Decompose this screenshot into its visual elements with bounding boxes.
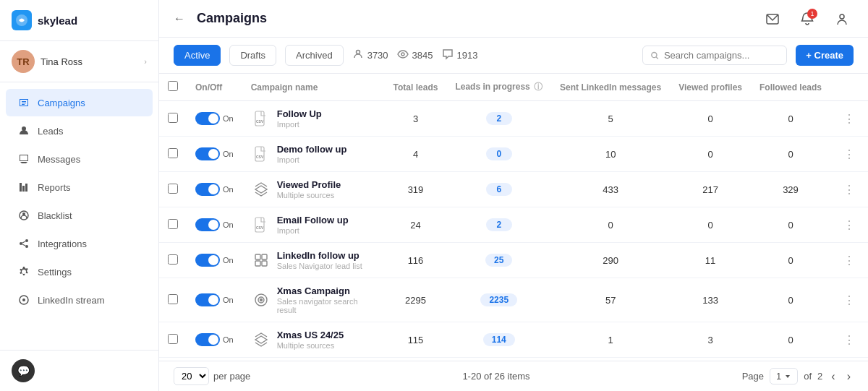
per-page-label: per page xyxy=(213,371,250,382)
leads-in-progress-info-icon[interactable]: ⓘ xyxy=(534,82,542,92)
campaign-source: Import xyxy=(277,120,322,129)
campaign-name[interactable]: Demo follow up xyxy=(277,144,347,155)
notification-icon[interactable]: 1 xyxy=(796,7,819,30)
toggle-switch[interactable] xyxy=(195,183,220,196)
sidebar-item-reports[interactable]: Reports xyxy=(6,173,153,201)
header: ← Campaigns 1 xyxy=(159,0,868,38)
svg-line-7 xyxy=(22,241,25,243)
toggle-switch[interactable] xyxy=(195,333,220,346)
row-actions-button[interactable]: ⋮ xyxy=(839,111,859,126)
pagination: Page 1 of 2 ‹ › xyxy=(742,368,854,384)
tab-drafts[interactable]: Drafts xyxy=(229,45,276,66)
campaign-name[interactable]: Xmas Campaign xyxy=(277,285,376,296)
sidebar-item-linkedin-stream[interactable]: LinkedIn stream xyxy=(6,286,153,314)
campaign-name[interactable]: Email Follow up xyxy=(277,215,349,225)
row-checkbox[interactable] xyxy=(168,254,178,265)
sidebar-item-blacklist[interactable]: Blacklist xyxy=(6,202,153,229)
row-actions-button[interactable]: ⋮ xyxy=(839,182,859,197)
stat-messages-value: 1913 xyxy=(457,50,478,61)
page-select[interactable]: 1 xyxy=(770,368,798,384)
col-leads-in-progress: Leads in progress ⓘ xyxy=(446,74,551,101)
sidebar-item-messages[interactable]: Messages xyxy=(6,145,153,173)
toggle-control[interactable]: On xyxy=(195,254,234,267)
campaigns-table: On/Off Campaign name Total leads Leads i… xyxy=(159,74,868,361)
tab-archived[interactable]: Archived xyxy=(285,45,344,66)
campaign-source: Sales navigator search result xyxy=(277,297,376,314)
svg-point-13 xyxy=(401,53,404,56)
row-actions-button[interactable]: ⋮ xyxy=(839,147,859,162)
logo-icon xyxy=(12,10,32,30)
row-actions-button[interactable]: ⋮ xyxy=(839,218,859,233)
total-pages: 2 xyxy=(817,371,822,382)
total-leads-cell: 319 xyxy=(385,172,447,207)
user-icon[interactable] xyxy=(830,7,854,30)
prev-page-button[interactable]: ‹ xyxy=(828,369,838,384)
row-checkbox[interactable] xyxy=(168,334,178,344)
row-checkbox[interactable] xyxy=(168,148,178,158)
col-campaign-name: Campaign name xyxy=(242,74,385,101)
toggle-control[interactable]: On xyxy=(195,293,234,306)
total-leads-cell: 116 xyxy=(385,243,447,278)
select-all-checkbox[interactable] xyxy=(168,81,178,91)
table-row: On Xmas US 24/25 Multiple sources 115 11… xyxy=(159,322,868,358)
campaign-name[interactable]: Xmas US 24/25 xyxy=(277,330,344,340)
next-page-button[interactable]: › xyxy=(844,369,854,384)
table-row: On Viewed Profile Multiple sources 319 6… xyxy=(159,172,868,207)
tab-active[interactable]: Active xyxy=(174,45,221,66)
search-box[interactable] xyxy=(642,46,787,65)
sent-linkedin-cell: 10 xyxy=(551,137,670,172)
campaign-source: Multiple sources xyxy=(277,341,344,350)
row-checkbox[interactable] xyxy=(168,294,178,304)
sidebar-item-leads[interactable]: Leads xyxy=(6,117,153,145)
campaign-name[interactable]: LinkedIn follow up xyxy=(277,250,362,261)
toggle-control[interactable]: On xyxy=(195,183,234,196)
campaign-type-icon xyxy=(251,330,271,350)
campaign-cell: CSV Demo follow up Import xyxy=(251,144,376,164)
toggle-switch[interactable] xyxy=(195,293,220,306)
search-input[interactable] xyxy=(664,50,779,61)
svg-point-6 xyxy=(25,245,28,248)
toggle-switch[interactable] xyxy=(195,254,220,267)
sent-linkedin-cell: 433 xyxy=(551,172,670,207)
row-actions-button[interactable]: ⋮ xyxy=(839,253,859,268)
user-profile[interactable]: TR Tina Ross › xyxy=(0,41,158,82)
row-checkbox[interactable] xyxy=(168,184,178,194)
row-checkbox[interactable] xyxy=(168,219,178,229)
logo-text: skylead xyxy=(38,14,77,27)
campaign-info: Follow Up Import xyxy=(277,108,322,129)
campaign-cell: CSV Follow Up Import xyxy=(251,108,376,129)
total-leads-cell: 4 xyxy=(385,137,447,172)
svg-rect-22 xyxy=(255,261,260,266)
back-button[interactable]: ← xyxy=(174,12,185,25)
toggle-label: On xyxy=(223,335,234,344)
total-leads-cell: 2295 xyxy=(385,278,447,322)
page-label: Page xyxy=(742,371,764,382)
toggle-control[interactable]: On xyxy=(195,147,234,160)
campaigns-table-wrap: On/Off Campaign name Total leads Leads i… xyxy=(159,74,868,361)
row-actions-button[interactable]: ⋮ xyxy=(839,293,859,308)
chat-button[interactable]: 💬 xyxy=(12,359,35,382)
campaign-source: Sales Navigator lead list xyxy=(277,262,362,270)
sidebar-item-campaigns[interactable]: Campaigns xyxy=(6,89,153,116)
viewed-profiles-cell: 11 xyxy=(670,243,751,278)
sidebar-item-integrations[interactable]: Integrations xyxy=(6,230,153,257)
toggle-switch[interactable] xyxy=(195,112,220,125)
campaign-cell: Xmas Campaign Sales navigator search res… xyxy=(251,285,376,314)
create-button[interactable]: + Create xyxy=(796,45,854,66)
toggle-control[interactable]: On xyxy=(195,112,234,125)
row-checkbox[interactable] xyxy=(168,113,178,123)
toggle-switch[interactable] xyxy=(195,218,220,231)
viewed-profiles-cell: 0 xyxy=(670,101,751,137)
toggle-switch[interactable] xyxy=(195,147,220,160)
toggle-control[interactable]: On xyxy=(195,218,234,231)
row-actions-button[interactable]: ⋮ xyxy=(839,332,859,348)
mail-icon[interactable] xyxy=(761,7,784,30)
toggle-control[interactable]: On xyxy=(195,333,234,346)
campaign-name[interactable]: Viewed Profile xyxy=(277,179,341,190)
sidebar-item-settings[interactable]: Settings xyxy=(6,258,153,285)
sent-linkedin-cell: 1 xyxy=(551,322,670,358)
table-row: On LinkedIn follow up Sales Navigator le… xyxy=(159,243,868,278)
per-page-select[interactable]: 10 20 50 xyxy=(174,367,209,385)
sidebar-nav: Campaigns Leads Messages Reports Blackli… xyxy=(0,82,158,350)
campaign-name[interactable]: Follow Up xyxy=(277,108,322,119)
